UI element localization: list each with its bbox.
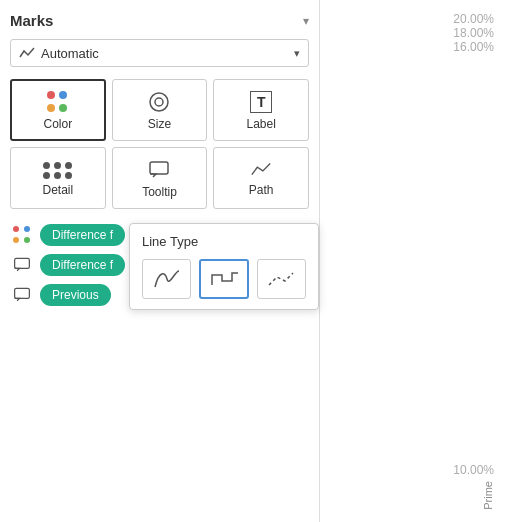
mark-cell-path-label: Path <box>249 183 274 197</box>
size-icon <box>148 91 170 113</box>
line-type-title: Line Type <box>142 234 306 249</box>
svg-point-1 <box>155 98 163 106</box>
axis-labels: 20.00% 18.00% 16.00% 10.00% Prime <box>332 8 494 514</box>
mark-cell-size-label: Size <box>148 117 171 131</box>
detail-icon <box>43 162 72 179</box>
mark-cell-detail-label: Detail <box>42 183 73 197</box>
svg-rect-2 <box>150 162 168 174</box>
svg-rect-3 <box>15 258 30 268</box>
axis-label-3: 16.00% <box>332 40 494 54</box>
marks-header: Marks ▾ <box>10 12 309 29</box>
line-type-popup: Line Type <box>129 223 319 310</box>
axis-label-4: 10.00% <box>332 463 494 477</box>
mark-cell-color[interactable]: Color <box>10 79 106 141</box>
mark-cell-tooltip[interactable]: Tooltip <box>112 147 208 209</box>
pill1-icon <box>10 223 34 247</box>
marks-title: Marks <box>10 12 53 29</box>
automatic-label: Automatic <box>41 46 99 61</box>
axis-label-1: 20.00% <box>332 12 494 26</box>
mark-cell-size[interactable]: Size <box>112 79 208 141</box>
pill-1[interactable]: Difference f <box>40 224 125 246</box>
pill-2[interactable]: Difference f <box>40 254 125 276</box>
pill-3[interactable]: Previous <box>40 284 111 306</box>
label-icon: T <box>250 91 272 113</box>
automatic-arrow: ▾ <box>294 47 300 60</box>
line-type-curved[interactable] <box>142 259 191 299</box>
mark-cell-path[interactable]: Path <box>213 147 309 209</box>
mark-cell-tooltip-label: Tooltip <box>142 185 177 199</box>
pill2-icon <box>10 253 34 277</box>
color-dots-icon <box>47 91 69 113</box>
axis-label-2: 18.00% <box>332 26 494 40</box>
marks-grid: Color Size T Label <box>10 79 309 209</box>
tooltip-icon <box>148 159 170 181</box>
line-icon <box>19 45 35 61</box>
automatic-dropdown[interactable]: Automatic ▾ <box>10 39 309 67</box>
mark-cell-label-label: Label <box>246 117 275 131</box>
svg-point-0 <box>150 93 168 111</box>
mark-cell-detail[interactable]: Detail <box>10 147 106 209</box>
marks-panel: Marks ▾ Automatic ▾ Color <box>0 0 320 522</box>
line-type-dash[interactable] <box>257 259 306 299</box>
line-type-options <box>142 259 306 299</box>
mark-cell-label[interactable]: T Label <box>213 79 309 141</box>
line-type-step[interactable] <box>199 259 248 299</box>
bottom-axis-label: Prime <box>482 481 494 510</box>
automatic-select-left: Automatic <box>19 45 99 61</box>
marks-header-arrow[interactable]: ▾ <box>303 14 309 28</box>
mark-cell-color-label: Color <box>43 117 72 131</box>
path-icon <box>250 161 272 179</box>
pills-section: Difference f Difference f Previous <box>10 223 309 307</box>
pill3-icon <box>10 283 34 307</box>
right-panel: 20.00% 18.00% 16.00% 10.00% Prime <box>320 0 506 522</box>
svg-rect-4 <box>15 288 30 298</box>
